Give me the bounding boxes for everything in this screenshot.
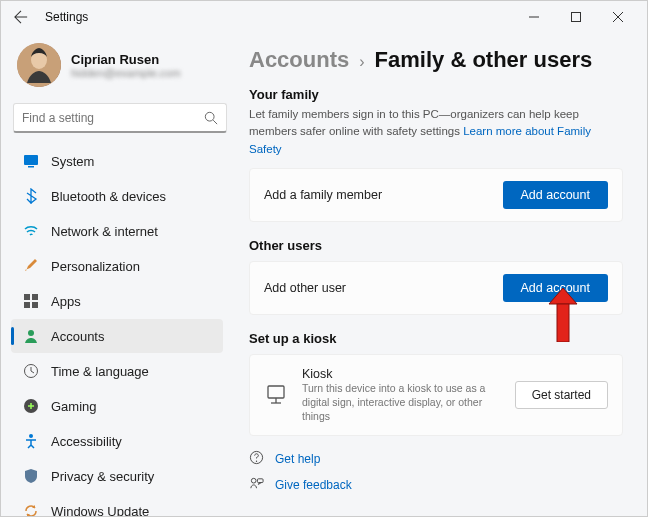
arrow-left-icon [14, 10, 28, 24]
svg-rect-1 [572, 13, 581, 22]
breadcrumb-parent[interactable]: Accounts [249, 47, 349, 73]
help-icon [249, 450, 265, 468]
sidebar-item-label: Accounts [51, 329, 104, 344]
sidebar-item-accounts[interactable]: Accounts [11, 319, 223, 353]
svg-point-21 [251, 479, 256, 484]
svg-rect-6 [24, 155, 38, 165]
person-icon [23, 328, 39, 344]
svg-line-5 [213, 120, 217, 124]
nav: System Bluetooth & devices Network & int… [7, 143, 233, 516]
breadcrumb-separator: › [359, 53, 364, 71]
close-button[interactable] [597, 3, 639, 31]
svg-rect-22 [257, 479, 263, 483]
sidebar-item-apps[interactable]: Apps [11, 284, 223, 318]
sidebar-item-label: Gaming [51, 399, 97, 414]
sidebar-item-gaming[interactable]: Gaming [11, 389, 223, 423]
feedback-icon [249, 476, 265, 494]
svg-point-12 [28, 330, 34, 336]
profile-block[interactable]: Ciprian Rusen hidden@example.com [7, 39, 233, 97]
back-button[interactable] [9, 5, 33, 29]
add-family-account-button[interactable]: Add account [503, 181, 609, 209]
settings-window: Settings Ciprian Rusen hidden@example.co… [0, 0, 648, 517]
add-other-user-label: Add other user [264, 281, 346, 295]
clock-icon [23, 363, 39, 379]
family-header: Your family [249, 87, 623, 102]
bluetooth-icon [23, 188, 39, 204]
sidebar-item-label: Privacy & security [51, 469, 154, 484]
profile-email: hidden@example.com [71, 67, 181, 79]
avatar [17, 43, 61, 87]
svg-rect-16 [268, 386, 284, 398]
window-body: Ciprian Rusen hidden@example.com System … [1, 33, 647, 516]
sidebar-item-privacy[interactable]: Privacy & security [11, 459, 223, 493]
page-title: Family & other users [375, 47, 593, 73]
profile-name: Ciprian Rusen [71, 52, 181, 67]
search-input[interactable] [13, 103, 227, 133]
sidebar-item-label: Apps [51, 294, 81, 309]
kiosk-desc: Turn this device into a kiosk to use as … [302, 381, 501, 424]
add-other-account-button[interactable]: Add account [503, 274, 609, 302]
sidebar-item-label: Network & internet [51, 224, 158, 239]
minimize-button[interactable] [513, 3, 555, 31]
sidebar-item-accessibility[interactable]: Accessibility [11, 424, 223, 458]
svg-rect-10 [24, 302, 30, 308]
profile-text: Ciprian Rusen hidden@example.com [71, 52, 181, 79]
kiosk-get-started-button[interactable]: Get started [515, 381, 608, 409]
search-icon [204, 111, 218, 125]
sidebar-item-label: System [51, 154, 94, 169]
sidebar-item-label: Personalization [51, 259, 140, 274]
sidebar-item-label: Accessibility [51, 434, 122, 449]
sidebar-item-bluetooth[interactable]: Bluetooth & devices [11, 179, 223, 213]
sidebar-item-personalization[interactable]: Personalization [11, 249, 223, 283]
kiosk-icon [264, 383, 288, 407]
get-help-link[interactable]: Get help [249, 450, 623, 468]
give-feedback-link[interactable]: Give feedback [249, 476, 623, 494]
svg-point-20 [256, 461, 257, 462]
sidebar-item-label: Time & language [51, 364, 149, 379]
other-users-header: Other users [249, 238, 623, 253]
kiosk-header: Set up a kiosk [249, 331, 623, 346]
breadcrumb: Accounts › Family & other users [249, 47, 623, 73]
title-bar: Settings [1, 1, 647, 33]
display-icon [23, 153, 39, 169]
maximize-button[interactable] [555, 3, 597, 31]
accessibility-icon [23, 433, 39, 449]
sidebar: Ciprian Rusen hidden@example.com System … [1, 33, 233, 516]
window-controls [513, 3, 639, 31]
svg-point-4 [205, 112, 214, 121]
brush-icon [23, 258, 39, 274]
add-other-user-card: Add other user Add account [249, 261, 623, 315]
svg-rect-11 [32, 302, 38, 308]
sidebar-item-time[interactable]: Time & language [11, 354, 223, 388]
add-family-label: Add a family member [264, 188, 382, 202]
kiosk-card: Kiosk Turn this device into a kiosk to u… [249, 354, 623, 437]
svg-rect-7 [28, 166, 34, 168]
shield-icon [23, 468, 39, 484]
svg-rect-9 [32, 294, 38, 300]
help-links: Get help Give feedback [249, 450, 623, 494]
add-family-member-card: Add a family member Add account [249, 168, 623, 222]
apps-icon [23, 293, 39, 309]
content-area: Accounts › Family & other users Your fam… [233, 33, 647, 516]
sidebar-item-label: Windows Update [51, 504, 149, 517]
search-field[interactable] [22, 111, 204, 125]
svg-point-15 [29, 434, 33, 438]
sidebar-item-system[interactable]: System [11, 144, 223, 178]
sidebar-item-network[interactable]: Network & internet [11, 214, 223, 248]
update-icon [23, 503, 39, 516]
family-description: Let family members sign in to this PC—or… [249, 106, 623, 158]
sidebar-item-update[interactable]: Windows Update [11, 494, 223, 516]
svg-rect-8 [24, 294, 30, 300]
window-title: Settings [45, 10, 88, 24]
kiosk-title: Kiosk [302, 367, 501, 381]
sidebar-item-label: Bluetooth & devices [51, 189, 166, 204]
wifi-icon [23, 223, 39, 239]
gaming-icon [23, 398, 39, 414]
